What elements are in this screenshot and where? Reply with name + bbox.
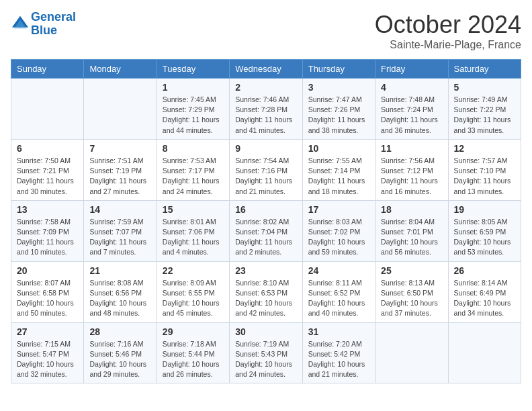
calendar-week-row: 1Sunrise: 7:45 AM Sunset: 7:29 PM Daylig… [11, 79, 521, 140]
calendar-cell: 11Sunrise: 7:56 AM Sunset: 7:12 PM Dayli… [375, 139, 448, 200]
day-info: Sunrise: 8:07 AM Sunset: 6:58 PM Dayligh… [17, 278, 78, 319]
day-info: Sunrise: 7:16 AM Sunset: 5:46 PM Dayligh… [89, 339, 150, 380]
day-number: 3 [308, 82, 369, 93]
calendar-cell: 10Sunrise: 7:55 AM Sunset: 7:14 PM Dayli… [302, 139, 375, 200]
day-info: Sunrise: 7:51 AM Sunset: 7:19 PM Dayligh… [89, 156, 150, 197]
day-number: 22 [163, 265, 224, 276]
day-number: 15 [163, 204, 224, 215]
calendar-cell: 28Sunrise: 7:16 AM Sunset: 5:46 PM Dayli… [84, 322, 157, 383]
day-number: 20 [17, 265, 78, 276]
day-info: Sunrise: 7:58 AM Sunset: 7:09 PM Dayligh… [17, 217, 78, 258]
day-info: Sunrise: 7:56 AM Sunset: 7:12 PM Dayligh… [381, 156, 442, 197]
calendar-cell: 17Sunrise: 8:03 AM Sunset: 7:02 PM Dayli… [302, 200, 375, 261]
calendar-cell: 23Sunrise: 8:10 AM Sunset: 6:53 PM Dayli… [230, 261, 302, 322]
calendar-cell: 14Sunrise: 7:59 AM Sunset: 7:07 PM Dayli… [84, 200, 157, 261]
calendar-cell: 7Sunrise: 7:51 AM Sunset: 7:19 PM Daylig… [84, 139, 157, 200]
logo-line1: General [31, 10, 76, 24]
day-of-week-header: Monday [84, 60, 157, 79]
day-info: Sunrise: 8:13 AM Sunset: 6:50 PM Dayligh… [381, 278, 442, 319]
calendar-table: SundayMondayTuesdayWednesdayThursdayFrid… [11, 59, 521, 383]
day-info: Sunrise: 7:57 AM Sunset: 7:10 PM Dayligh… [454, 156, 515, 197]
calendar-cell: 16Sunrise: 8:02 AM Sunset: 7:04 PM Dayli… [230, 200, 302, 261]
day-number: 1 [163, 82, 224, 93]
day-number: 21 [89, 265, 150, 276]
calendar-cell: 25Sunrise: 8:13 AM Sunset: 6:50 PM Dayli… [375, 261, 448, 322]
day-number: 2 [235, 82, 296, 93]
calendar-cell: 13Sunrise: 7:58 AM Sunset: 7:09 PM Dayli… [11, 200, 84, 261]
day-info: Sunrise: 7:59 AM Sunset: 7:07 PM Dayligh… [89, 217, 150, 258]
calendar-cell: 26Sunrise: 8:14 AM Sunset: 6:49 PM Dayli… [448, 261, 521, 322]
day-info: Sunrise: 7:47 AM Sunset: 7:26 PM Dayligh… [308, 95, 369, 136]
calendar-cell [11, 79, 84, 140]
calendar-cell: 9Sunrise: 7:54 AM Sunset: 7:16 PM Daylig… [230, 139, 302, 200]
location-title: Sainte-Marie-Plage, France [375, 39, 521, 51]
day-info: Sunrise: 8:10 AM Sunset: 6:53 PM Dayligh… [235, 278, 296, 319]
day-number: 5 [454, 82, 515, 93]
day-info: Sunrise: 7:49 AM Sunset: 7:22 PM Dayligh… [454, 95, 515, 136]
day-number: 8 [163, 143, 224, 154]
calendar-cell: 5Sunrise: 7:49 AM Sunset: 7:22 PM Daylig… [448, 79, 521, 140]
day-number: 14 [89, 204, 150, 215]
calendar-cell: 8Sunrise: 7:53 AM Sunset: 7:17 PM Daylig… [157, 139, 229, 200]
calendar-header-row: SundayMondayTuesdayWednesdayThursdayFrid… [11, 60, 521, 79]
day-number: 16 [235, 204, 296, 215]
day-of-week-header: Tuesday [157, 60, 229, 79]
day-info: Sunrise: 7:55 AM Sunset: 7:14 PM Dayligh… [308, 156, 369, 197]
day-number: 23 [235, 265, 296, 276]
calendar-cell [448, 322, 521, 383]
day-number: 11 [381, 143, 442, 154]
day-number: 9 [235, 143, 296, 154]
day-info: Sunrise: 8:14 AM Sunset: 6:49 PM Dayligh… [454, 278, 515, 319]
day-number: 30 [235, 326, 296, 337]
day-info: Sunrise: 7:50 AM Sunset: 7:21 PM Dayligh… [17, 156, 78, 197]
calendar-cell: 15Sunrise: 8:01 AM Sunset: 7:06 PM Dayli… [157, 200, 229, 261]
day-number: 10 [308, 143, 369, 154]
day-info: Sunrise: 8:03 AM Sunset: 7:02 PM Dayligh… [308, 217, 369, 258]
day-info: Sunrise: 7:46 AM Sunset: 7:28 PM Dayligh… [235, 95, 296, 136]
calendar-cell: 1Sunrise: 7:45 AM Sunset: 7:29 PM Daylig… [157, 79, 229, 140]
day-of-week-header: Friday [375, 60, 448, 79]
calendar-cell: 6Sunrise: 7:50 AM Sunset: 7:21 PM Daylig… [11, 139, 84, 200]
day-info: Sunrise: 8:11 AM Sunset: 6:52 PM Dayligh… [308, 278, 369, 319]
day-info: Sunrise: 8:09 AM Sunset: 6:55 PM Dayligh… [163, 278, 224, 319]
calendar-cell: 29Sunrise: 7:18 AM Sunset: 5:44 PM Dayli… [157, 322, 229, 383]
page-header: General Blue October 2024 Sainte-Marie-P… [11, 11, 521, 51]
calendar-cell: 21Sunrise: 8:08 AM Sunset: 6:56 PM Dayli… [84, 261, 157, 322]
day-info: Sunrise: 7:45 AM Sunset: 7:29 PM Dayligh… [163, 95, 224, 136]
calendar-week-row: 27Sunrise: 7:15 AM Sunset: 5:47 PM Dayli… [11, 322, 521, 383]
day-number: 29 [163, 326, 224, 337]
calendar-cell: 24Sunrise: 8:11 AM Sunset: 6:52 PM Dayli… [302, 261, 375, 322]
calendar-cell: 4Sunrise: 7:48 AM Sunset: 7:24 PM Daylig… [375, 79, 448, 140]
day-number: 13 [17, 204, 78, 215]
day-number: 7 [89, 143, 150, 154]
calendar-week-row: 6Sunrise: 7:50 AM Sunset: 7:21 PM Daylig… [11, 139, 521, 200]
day-number: 24 [308, 265, 369, 276]
day-info: Sunrise: 7:18 AM Sunset: 5:44 PM Dayligh… [163, 339, 224, 380]
day-number: 18 [381, 204, 442, 215]
day-number: 17 [308, 204, 369, 215]
day-of-week-header: Sunday [11, 60, 84, 79]
calendar-week-row: 20Sunrise: 8:07 AM Sunset: 6:58 PM Dayli… [11, 261, 521, 322]
calendar-week-row: 13Sunrise: 7:58 AM Sunset: 7:09 PM Dayli… [11, 200, 521, 261]
day-number: 25 [381, 265, 442, 276]
day-number: 19 [454, 204, 515, 215]
day-info: Sunrise: 8:04 AM Sunset: 7:01 PM Dayligh… [381, 217, 442, 258]
day-number: 27 [17, 326, 78, 337]
calendar-cell: 18Sunrise: 8:04 AM Sunset: 7:01 PM Dayli… [375, 200, 448, 261]
day-of-week-header: Wednesday [230, 60, 302, 79]
day-info: Sunrise: 7:19 AM Sunset: 5:43 PM Dayligh… [235, 339, 296, 380]
logo-line2: Blue [31, 24, 57, 37]
day-info: Sunrise: 8:08 AM Sunset: 6:56 PM Dayligh… [89, 278, 150, 319]
day-info: Sunrise: 7:53 AM Sunset: 7:17 PM Dayligh… [163, 156, 224, 197]
calendar-cell: 3Sunrise: 7:47 AM Sunset: 7:26 PM Daylig… [302, 79, 375, 140]
day-info: Sunrise: 8:01 AM Sunset: 7:06 PM Dayligh… [163, 217, 224, 258]
day-number: 4 [381, 82, 442, 93]
logo-text: General Blue [31, 11, 76, 38]
day-number: 31 [308, 326, 369, 337]
day-info: Sunrise: 7:20 AM Sunset: 5:42 PM Dayligh… [308, 339, 369, 380]
calendar-cell [84, 79, 157, 140]
logo: General Blue [11, 11, 76, 38]
title-block: October 2024 Sainte-Marie-Plage, France [375, 11, 521, 51]
day-number: 12 [454, 143, 515, 154]
day-number: 6 [17, 143, 78, 154]
